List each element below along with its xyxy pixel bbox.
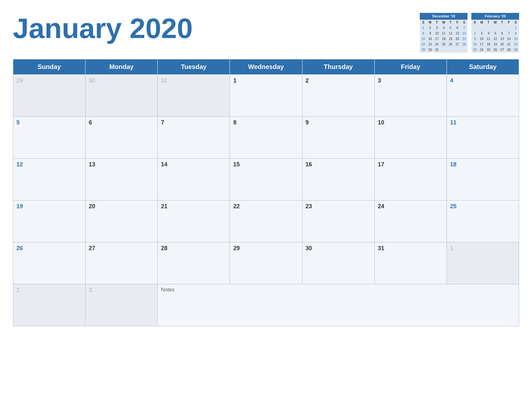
day-cell: 1 <box>230 74 302 116</box>
day-cell-last: 3 <box>85 284 158 326</box>
day-cell: 9 <box>302 116 374 158</box>
last-row: 23Notes <box>13 284 519 326</box>
day-cell: 2 <box>302 74 374 116</box>
week-row-4: 19202122232425 <box>13 200 519 242</box>
notes-cell: Notes <box>158 284 519 326</box>
mini-cal-next-title: February '20 <box>471 13 519 20</box>
day-cell: 3 <box>374 74 447 116</box>
day-cell: 28 <box>158 242 230 284</box>
day-cell: 10 <box>374 116 447 158</box>
week-row-3: 12131415161718 <box>13 158 519 200</box>
day-cell: 1 <box>447 242 519 284</box>
day-header-monday: Monday <box>85 59 158 74</box>
day-cell: 26 <box>13 242 85 284</box>
day-cell: 16 <box>302 158 374 200</box>
day-cell: 12 <box>13 158 85 200</box>
day-cell: 7 <box>158 116 230 158</box>
day-cell: 24 <box>374 200 447 242</box>
day-cell: 5 <box>13 116 85 158</box>
mini-cal-next: February '20 SMTWTFS 1234567891011121314… <box>471 13 519 53</box>
day-cell: 23 <box>302 200 374 242</box>
day-header-friday: Friday <box>374 59 447 74</box>
week-row-1: 2930311234 <box>13 74 519 116</box>
mini-calendars: December '19 SMTWTFS 1234567891011121314… <box>420 13 519 53</box>
day-cell: 22 <box>230 200 302 242</box>
day-cell: 6 <box>85 116 158 158</box>
page-header: January 2020 December '19 SMTWTFS 123456… <box>13 10 519 53</box>
main-calendar: SundayMondayTuesdayWednesdayThursdayFrid… <box>13 59 519 326</box>
day-cell: 17 <box>374 158 447 200</box>
week-row-2: 567891011 <box>13 116 519 158</box>
day-cell: 30 <box>85 74 158 116</box>
day-cell: 21 <box>158 200 230 242</box>
day-cell: 8 <box>230 116 302 158</box>
mini-cal-prev: December '19 SMTWTFS 1234567891011121314… <box>420 13 468 53</box>
day-cell: 31 <box>374 242 447 284</box>
day-cell: 29 <box>230 242 302 284</box>
page-title: January 2020 <box>13 10 193 44</box>
day-cell-last: 2 <box>13 284 85 326</box>
day-cell: 29 <box>13 74 85 116</box>
day-cell: 25 <box>447 200 519 242</box>
day-header-sunday: Sunday <box>13 59 85 74</box>
day-cell: 30 <box>302 242 374 284</box>
mini-cal-prev-title: December '19 <box>420 13 468 20</box>
day-header-tuesday: Tuesday <box>158 59 230 74</box>
day-header-wednesday: Wednesday <box>230 59 302 74</box>
day-cell: 15 <box>230 158 302 200</box>
day-cell: 20 <box>85 200 158 242</box>
day-cell: 27 <box>85 242 158 284</box>
day-cell: 13 <box>85 158 158 200</box>
day-cell: 14 <box>158 158 230 200</box>
day-cell: 4 <box>447 74 519 116</box>
week-row-5: 2627282930311 <box>13 242 519 284</box>
day-header-saturday: Saturday <box>447 59 519 74</box>
day-cell: 19 <box>13 200 85 242</box>
day-cell: 18 <box>447 158 519 200</box>
day-header-thursday: Thursday <box>302 59 374 74</box>
day-cell: 31 <box>158 74 230 116</box>
day-cell: 11 <box>447 116 519 158</box>
